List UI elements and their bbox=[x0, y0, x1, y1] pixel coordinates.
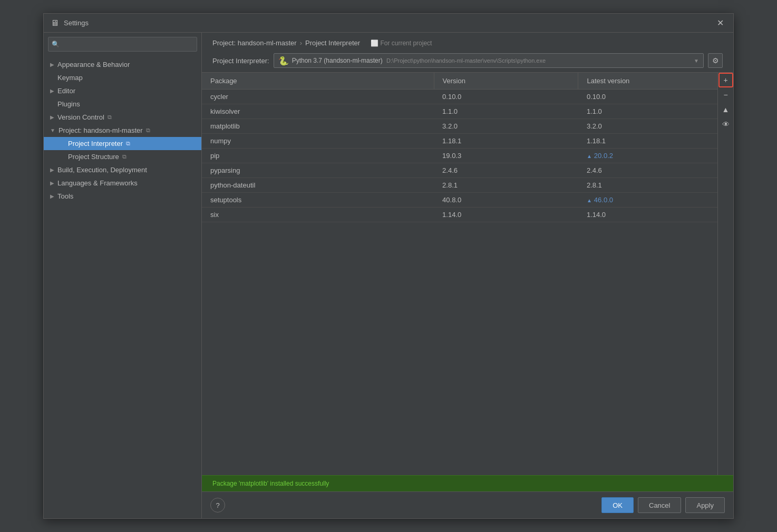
interpreter-row: Project Interpreter: 🐍 Python 3.7 (hands… bbox=[212, 53, 723, 68]
bottom-bar: ? OK Cancel Apply bbox=[202, 491, 733, 518]
package-version: 19.0.3 bbox=[434, 149, 578, 163]
interpreter-label: Project Interpreter: bbox=[212, 57, 269, 65]
column-version: Version bbox=[434, 73, 578, 90]
copy-icon: ⧉ bbox=[126, 140, 130, 147]
breadcrumb: Project: handson-ml-master › Project Int… bbox=[212, 39, 723, 47]
sidebar-item-label: Version Control bbox=[57, 113, 104, 121]
package-version: 0.10.0 bbox=[434, 90, 578, 104]
upgrade-package-button[interactable]: ▲ bbox=[718, 102, 733, 117]
interpreter-dropdown[interactable]: 🐍 Python 3.7 (handson-ml-master) D:\Proj… bbox=[274, 53, 704, 68]
package-latest: 2.4.6 bbox=[578, 163, 717, 178]
sidebar: 🔍 ▶ Appearance & Behavior ▶ Keymap ▶ Edi… bbox=[44, 33, 202, 518]
help-button[interactable]: ? bbox=[210, 498, 225, 513]
package-name: pyparsing bbox=[202, 163, 434, 178]
table-tools: + − ▲ 👁 bbox=[717, 73, 733, 475]
sidebar-item-editor[interactable]: ▶ Editor bbox=[44, 84, 201, 97]
sidebar-item-build[interactable]: ▶ Build, Execution, Deployment bbox=[44, 163, 201, 176]
package-version: 3.2.0 bbox=[434, 119, 578, 134]
packages-table: Package Version Latest version cycler0.1… bbox=[202, 73, 717, 222]
package-version: 40.8.0 bbox=[434, 193, 578, 208]
title-bar: 🖥 Settings ✕ bbox=[44, 14, 733, 33]
sidebar-item-label: Keymap bbox=[57, 74, 83, 82]
sidebar-item-project-interpreter[interactable]: ▶ Project Interpreter ⧉ bbox=[44, 137, 201, 150]
package-latest: 1.1.0 bbox=[578, 104, 717, 119]
settings-dialog: 🖥 Settings ✕ 🔍 ▶ Appearance & Behavior ▶… bbox=[43, 13, 734, 519]
table-row[interactable]: six1.14.01.14.0 bbox=[202, 208, 717, 222]
sidebar-item-label: Build, Execution, Deployment bbox=[57, 166, 147, 174]
package-version: 1.18.1 bbox=[434, 134, 578, 149]
expand-arrow: ▶ bbox=[50, 180, 54, 186]
sidebar-item-label: Languages & Frameworks bbox=[57, 179, 138, 187]
package-name: matplotlib bbox=[202, 119, 434, 134]
packages-area: Package Version Latest version cycler0.1… bbox=[202, 73, 733, 475]
package-name: pip bbox=[202, 149, 434, 163]
latest-version-text: 20.0.2 bbox=[594, 152, 613, 160]
sidebar-item-label: Editor bbox=[57, 87, 75, 95]
sidebar-item-appearance[interactable]: ▶ Appearance & Behavior bbox=[44, 58, 201, 71]
breadcrumb-current: Project Interpreter bbox=[305, 39, 360, 47]
package-version: 2.4.6 bbox=[434, 163, 578, 178]
package-latest: ▲20.0.2 bbox=[578, 149, 717, 163]
sidebar-item-label: Project Interpreter bbox=[68, 140, 123, 147]
remove-package-button[interactable]: − bbox=[718, 87, 733, 102]
table-row[interactable]: setuptools40.8.0▲46.0.0 bbox=[202, 193, 717, 208]
package-version: 1.1.0 bbox=[434, 104, 578, 119]
package-name: cycler bbox=[202, 90, 434, 104]
expand-arrow: ▶ bbox=[50, 167, 54, 173]
package-name: setuptools bbox=[202, 193, 434, 208]
column-latest: Latest version bbox=[578, 73, 717, 90]
table-header-row: Package Version Latest version bbox=[202, 73, 717, 90]
sidebar-nav: ▶ Appearance & Behavior ▶ Keymap ▶ Edito… bbox=[44, 56, 201, 518]
expand-arrow: ▼ bbox=[50, 127, 55, 133]
packages-table-wrapper: Package Version Latest version cycler0.1… bbox=[202, 73, 717, 475]
package-version: 2.8.1 bbox=[434, 178, 578, 193]
content-header: Project: handson-ml-master › Project Int… bbox=[202, 33, 733, 73]
package-latest: 2.8.1 bbox=[578, 178, 717, 193]
sidebar-item-keymap[interactable]: ▶ Keymap bbox=[44, 71, 201, 84]
search-box[interactable]: 🔍 bbox=[48, 37, 197, 52]
copy-icon: ⧉ bbox=[122, 153, 127, 160]
sidebar-item-project-structure[interactable]: ▶ Project Structure ⧉ bbox=[44, 150, 201, 163]
search-input[interactable] bbox=[62, 41, 193, 48]
copy-icon: ⧉ bbox=[146, 127, 150, 134]
upgrade-arrow-icon: ▲ bbox=[587, 153, 592, 159]
cancel-button[interactable]: Cancel bbox=[638, 497, 681, 513]
app-icon: 🖥 bbox=[50, 18, 60, 28]
dialog-title: Settings bbox=[64, 19, 714, 27]
add-package-button[interactable]: + bbox=[718, 73, 733, 87]
upgrade-arrow-icon: ▲ bbox=[587, 198, 592, 203]
sidebar-item-languages[interactable]: ▶ Languages & Frameworks bbox=[44, 176, 201, 190]
for-project-label: ⬜ For current project bbox=[371, 40, 432, 47]
package-name: python-dateutil bbox=[202, 178, 434, 193]
python-icon: 🐍 bbox=[278, 56, 289, 66]
sidebar-item-tools[interactable]: ▶ Tools bbox=[44, 190, 201, 203]
sidebar-item-label: Appearance & Behavior bbox=[57, 61, 130, 68]
latest-version-text: 46.0.0 bbox=[594, 196, 613, 204]
close-button[interactable]: ✕ bbox=[714, 17, 727, 29]
gear-button[interactable]: ⚙ bbox=[708, 53, 723, 68]
column-package: Package bbox=[202, 73, 434, 90]
table-row[interactable]: cycler0.10.00.10.0 bbox=[202, 90, 717, 104]
sidebar-item-project[interactable]: ▼ Project: handson-ml-master ⧉ bbox=[44, 124, 201, 137]
ok-button[interactable]: OK bbox=[601, 497, 634, 513]
apply-button[interactable]: Apply bbox=[685, 497, 725, 513]
table-row[interactable]: python-dateutil2.8.12.8.1 bbox=[202, 178, 717, 193]
sidebar-item-version-control[interactable]: ▶ Version Control ⧉ bbox=[44, 111, 201, 124]
table-row[interactable]: kiwisolver1.1.01.1.0 bbox=[202, 104, 717, 119]
dropdown-arrow-icon: ▼ bbox=[694, 58, 699, 64]
table-row[interactable]: numpy1.18.11.18.1 bbox=[202, 134, 717, 149]
table-row[interactable]: matplotlib3.2.03.2.0 bbox=[202, 119, 717, 134]
expand-arrow: ▶ bbox=[50, 193, 54, 199]
package-latest: 1.14.0 bbox=[578, 208, 717, 222]
table-row[interactable]: pyparsing2.4.62.4.6 bbox=[202, 163, 717, 178]
package-latest: ▲46.0.0 bbox=[578, 193, 717, 208]
breadcrumb-separator: › bbox=[300, 39, 302, 47]
table-row[interactable]: pip19.0.3▲20.0.2 bbox=[202, 149, 717, 163]
interpreter-path: D:\Project\python\handson-ml-master\venv… bbox=[386, 57, 546, 64]
show-packages-button[interactable]: 👁 bbox=[718, 117, 733, 132]
expand-arrow: ▶ bbox=[50, 88, 54, 94]
content-area: Project: handson-ml-master › Project Int… bbox=[202, 33, 733, 518]
copy-icon: ⧉ bbox=[108, 114, 112, 121]
search-icon: 🔍 bbox=[52, 41, 60, 48]
sidebar-item-plugins[interactable]: ▶ Plugins bbox=[44, 97, 201, 111]
